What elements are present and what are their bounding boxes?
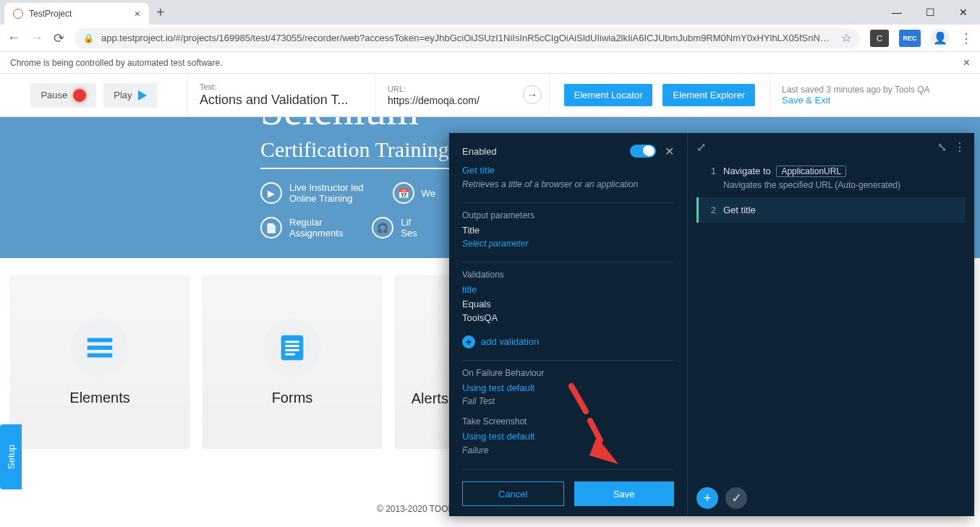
test-name: Actions and Validation T...: [200, 93, 364, 108]
new-tab-button[interactable]: +: [156, 4, 165, 21]
headphones-icon: 🎧: [372, 217, 393, 239]
validation-operator: Equals: [462, 297, 674, 312]
tab-close-icon[interactable]: ×: [135, 8, 140, 20]
calendar-icon: 📅: [393, 182, 414, 204]
svg-rect-5: [285, 345, 299, 347]
play-icon: [138, 90, 147, 100]
element-locator-button[interactable]: Element Locator: [564, 84, 653, 106]
last-saved-text: Last saved 3 minutes ago by Tools QA: [782, 85, 968, 95]
hero-item: ▶ Live Instructor ledOnline Training: [260, 182, 364, 204]
panel-close-icon[interactable]: ✕: [665, 145, 674, 158]
step-fab-row: + ✓: [696, 487, 747, 509]
element-explorer-button[interactable]: Element Explorer: [662, 84, 755, 106]
svg-line-8: [571, 386, 586, 411]
add-validation-button[interactable]: + add validation: [462, 335, 674, 348]
record-controls: Pause Play: [0, 74, 188, 116]
steps-toolbar: ⤢ ⤡ ⋮: [696, 140, 966, 154]
add-step-button[interactable]: +: [696, 487, 718, 509]
svg-rect-3: [281, 335, 304, 360]
step-action: Get title: [723, 205, 756, 215]
play-label: Play: [114, 90, 132, 100]
extension-button[interactable]: C: [870, 30, 889, 47]
step-2[interactable]: 2 Get title: [696, 197, 966, 223]
test-label: Test:: [200, 82, 364, 91]
hero-item: 📅 We: [393, 182, 435, 204]
browser-tab[interactable]: TestProject ×: [4, 3, 149, 25]
collapse-icon[interactable]: ⤡: [937, 140, 947, 154]
output-param-row: Title Select parameter: [462, 223, 674, 251]
hero-item: 📄 RegularAssignments: [260, 217, 343, 239]
url-label: URL:: [388, 85, 537, 93]
testproject-toolbar: Pause Play Test: Actions and Validation …: [0, 74, 980, 117]
pause-button[interactable]: Pause: [30, 83, 96, 108]
rec-extension-button[interactable]: REC: [899, 30, 921, 47]
annotation-arrow-icon: [564, 379, 622, 473]
output-param-select[interactable]: Select parameter: [462, 237, 674, 250]
card-elements[interactable]: Elements: [10, 275, 189, 449]
tab-title: TestProject: [29, 9, 129, 19]
play-circle-icon: ▶: [260, 182, 282, 204]
navigate-button[interactable]: →: [523, 85, 542, 104]
hero-subtitle: Certification Training: [260, 137, 449, 169]
forward-button[interactable]: →: [30, 30, 43, 46]
url-field[interactable]: 🔒 app.testproject.io/#/projects/169985/t…: [74, 28, 860, 48]
enabled-label: Enabled: [462, 146, 497, 157]
lock-icon: 🔒: [83, 33, 94, 43]
add-validation-label: add validation: [481, 336, 539, 347]
reload-button[interactable]: ⟳: [54, 30, 64, 46]
svg-marker-10: [589, 437, 618, 464]
document-icon: 📄: [260, 217, 282, 239]
bookmark-icon[interactable]: ☆: [841, 31, 851, 45]
svg-rect-1: [88, 346, 113, 350]
step-1[interactable]: 1 Navigate to ApplicationURL Navigates t…: [696, 158, 966, 197]
card-forms[interactable]: Forms: [203, 275, 382, 449]
save-button[interactable]: Save: [574, 481, 675, 506]
setup-side-tab[interactable]: Setup: [0, 424, 22, 489]
infobar-text: Chrome is being controlled by automated …: [10, 58, 222, 68]
locator-cell: Element Locator Element Explorer: [550, 74, 770, 116]
back-button[interactable]: ←: [7, 30, 20, 46]
close-window-button[interactable]: ✕: [947, 0, 980, 25]
action-description: Retrieves a title of a browser or an app…: [462, 178, 674, 191]
validation-row[interactable]: title Equals ToolsQA: [462, 283, 674, 325]
steps-pane: ⤢ ⤡ ⋮ 1 Navigate to ApplicationURL Navig…: [688, 133, 974, 516]
save-cell: Last saved 3 minutes ago by Tools QA Sav…: [770, 74, 980, 116]
step-description: Navigates the specified URL (Auto-genera…: [723, 180, 958, 190]
step-body: Get title: [723, 205, 958, 215]
action-name[interactable]: Get title: [462, 163, 674, 178]
step-action: Navigate to: [723, 166, 771, 176]
enabled-toggle[interactable]: ✓: [630, 145, 656, 158]
cancel-button[interactable]: Cancel: [462, 481, 564, 506]
url-cell: URL: https://demoqa.com/ →: [376, 74, 550, 116]
failure-header: On Failure Behaviour: [462, 360, 674, 378]
svg-line-9: [590, 421, 600, 440]
svg-rect-2: [88, 353, 113, 357]
minimize-button[interactable]: —: [880, 0, 913, 25]
url-text: app.testproject.io/#/projects/169985/tes…: [101, 33, 834, 43]
play-button[interactable]: Play: [103, 83, 156, 108]
plus-icon: +: [462, 335, 475, 348]
tab-favicon: [13, 9, 23, 19]
elements-icon: [71, 319, 129, 377]
test-cell: Test: Actions and Validation T...: [188, 74, 376, 116]
url-value: https://demoqa.com/: [388, 95, 537, 106]
output-params-header: Output parameters: [462, 202, 674, 220]
step-number: 1: [706, 166, 716, 190]
automation-infobar: Chrome is being controlled by automated …: [0, 52, 980, 74]
expand-icon[interactable]: ⤢: [696, 140, 706, 154]
enabled-row: Enabled ✓ ✕: [462, 142, 674, 160]
steps-menu-icon[interactable]: ⋮: [954, 140, 966, 154]
maximize-button[interactable]: ☐: [913, 0, 947, 25]
save-exit-link[interactable]: Save & Exit: [782, 95, 968, 106]
panel-buttons: Cancel Save: [462, 469, 674, 506]
svg-rect-0: [88, 338, 113, 342]
profile-button[interactable]: 👤: [931, 29, 950, 48]
svg-rect-6: [285, 348, 299, 351]
menu-button[interactable]: ⋮: [960, 30, 973, 46]
svg-rect-7: [285, 353, 294, 355]
infobar-close-icon[interactable]: ×: [963, 56, 970, 69]
hero-title: Selenium: [260, 117, 980, 132]
validate-step-button[interactable]: ✓: [725, 487, 747, 509]
validations-header: Validations: [462, 262, 674, 280]
record-indicator-icon: [73, 89, 86, 102]
